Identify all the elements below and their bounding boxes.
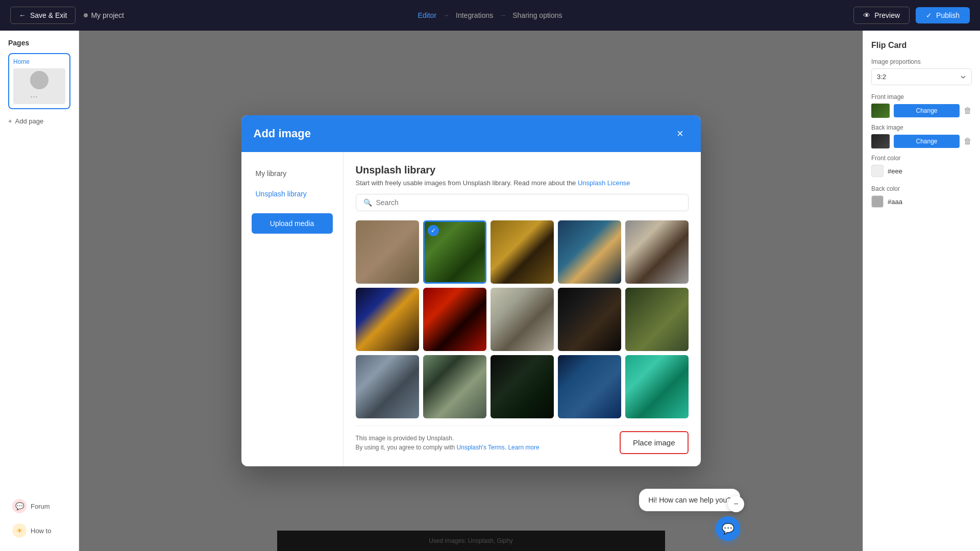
footer-disclaimer: This image is provided by Unsplash. By u…	[356, 434, 540, 452]
messenger-icon: 💬	[722, 522, 734, 535]
selected-check-badge: ✓	[428, 225, 439, 236]
image-placeholder-15	[625, 355, 689, 418]
image-cell-12[interactable]	[423, 355, 486, 418]
modal-close-button[interactable]: ×	[672, 126, 689, 142]
arrow-icon-2: →	[499, 11, 506, 19]
unsplash-license-link[interactable]: Unsplash License	[578, 179, 630, 187]
editor-nav-step[interactable]: Editor	[418, 11, 436, 19]
image-placeholder-6	[356, 288, 419, 351]
project-name: My project	[84, 11, 124, 19]
image-cell-3[interactable]	[491, 220, 554, 284]
front-image-delete-button[interactable]: 🗑	[964, 106, 972, 115]
unsplash-terms-link[interactable]: Unsplash's Terms.	[457, 444, 506, 451]
eye-icon: 👁	[863, 11, 870, 19]
search-icon: 🔍	[363, 198, 372, 207]
back-color-swatch[interactable]	[871, 195, 884, 208]
search-input[interactable]	[376, 198, 681, 207]
back-image-thumb	[871, 134, 890, 148]
front-color-row: #eee	[871, 165, 972, 177]
front-image-row: Change 🗑	[871, 104, 972, 118]
image-cell-4[interactable]	[558, 220, 621, 284]
image-cell-11[interactable]	[356, 355, 419, 418]
sidebar-item-forum[interactable]: 💬 Forum	[8, 494, 70, 518]
back-color-row: #aaa	[871, 195, 972, 208]
chat-message-bubble: Hi! How can we help you?	[639, 489, 740, 511]
modal-header: Add image ×	[241, 115, 701, 152]
arrow-icon-1: →	[443, 11, 450, 19]
chat-open-button[interactable]: 💬	[716, 516, 740, 541]
left-sidebar: Pages Home ··· + Add page 💬 Forum ☀ How …	[0, 31, 79, 551]
modal-body: My library Unsplash library Upload media…	[241, 152, 701, 466]
image-placeholder-1	[356, 220, 419, 284]
image-placeholder-8	[491, 288, 554, 351]
page-card-home[interactable]: Home ···	[8, 53, 70, 109]
learn-more-link[interactable]: Learn more	[508, 444, 539, 451]
image-placeholder-9	[558, 288, 621, 351]
topnav-right: 👁 Preview ✓ Publish	[853, 7, 970, 24]
search-box: 🔍	[356, 194, 689, 211]
image-grid: ✓	[356, 220, 689, 418]
image-placeholder-13	[491, 355, 554, 418]
page-thumbnail: ···	[13, 68, 65, 104]
image-cell-9[interactable]	[558, 288, 621, 351]
back-arrow-icon: ←	[19, 11, 26, 19]
image-proportions-select[interactable]: 3:2	[871, 68, 972, 85]
preview-button[interactable]: 👁 Preview	[853, 7, 910, 24]
front-color-value: #eee	[888, 167, 902, 175]
image-cell-14[interactable]	[558, 355, 621, 418]
sidebar-bottom: 💬 Forum ☀ How to	[8, 494, 70, 543]
sharing-options-nav-step[interactable]: Sharing options	[512, 11, 562, 19]
back-image-delete-button[interactable]: 🗑	[964, 137, 972, 146]
front-color-label: Front color	[871, 155, 972, 162]
page-thumb-avatar	[30, 71, 48, 89]
front-image-label: Front image	[871, 93, 972, 101]
unsplash-description: Start with freely usable images from Uns…	[356, 179, 689, 187]
home-page-label: Home	[13, 58, 65, 65]
howto-icon: ☀	[12, 523, 27, 538]
save-exit-button[interactable]: ← Save & Exit	[10, 7, 76, 24]
topnav-left: ← Save & Exit My project	[10, 7, 124, 24]
front-image-change-button[interactable]: Change	[894, 104, 960, 117]
image-cell-5[interactable]	[625, 220, 689, 284]
image-cell-15[interactable]	[625, 355, 689, 418]
modal-left-panel: My library Unsplash library Upload media	[241, 152, 344, 466]
add-image-modal: Add image × My library Unsplash library …	[241, 115, 701, 466]
image-placeholder-7	[423, 288, 486, 351]
image-placeholder-14	[558, 355, 621, 418]
right-sidebar: Flip Card Image proportions 3:2 Front im…	[863, 31, 980, 551]
image-cell-6[interactable]	[356, 288, 419, 351]
back-image-row: Change 🗑	[871, 134, 972, 148]
pages-title: Pages	[8, 39, 70, 47]
zoom-minus-button[interactable]: −	[728, 496, 744, 512]
flip-card-title: Flip Card	[871, 41, 972, 50]
image-placeholder-10	[625, 288, 689, 351]
front-image-thumb	[871, 104, 890, 118]
my-library-item[interactable]: My library	[252, 164, 333, 183]
modal-title: Add image	[254, 127, 311, 140]
back-color-label: Back color	[871, 185, 972, 192]
image-cell-2[interactable]: ✓	[423, 220, 486, 284]
modal-footer: This image is provided by Unsplash. By u…	[356, 425, 689, 454]
canvas-area: Used images: Unsplash, Giphy Add image ×…	[79, 31, 863, 551]
image-cell-7[interactable]	[423, 288, 486, 351]
image-cell-8[interactable]	[491, 288, 554, 351]
add-page-button[interactable]: + Add page	[8, 117, 70, 125]
image-cell-1[interactable]	[356, 220, 419, 284]
image-placeholder-4	[558, 220, 621, 284]
place-image-button[interactable]: Place image	[620, 431, 689, 454]
image-placeholder-11	[356, 355, 419, 418]
integrations-nav-step[interactable]: Integrations	[456, 11, 493, 19]
image-cell-13[interactable]	[491, 355, 554, 418]
publish-button[interactable]: ✓ Publish	[916, 7, 970, 23]
forum-icon: 💬	[12, 499, 27, 513]
check-icon: ✓	[926, 11, 932, 19]
sidebar-item-howto[interactable]: ☀ How to	[8, 518, 70, 543]
main-layout: Pages Home ··· + Add page 💬 Forum ☀ How …	[0, 31, 980, 551]
front-color-swatch[interactable]	[871, 165, 884, 177]
image-proportions-label: Image proportions	[871, 58, 972, 65]
image-cell-10[interactable]	[625, 288, 689, 351]
back-image-change-button[interactable]: Change	[894, 135, 960, 148]
page-thumb-dots: ···	[30, 91, 48, 102]
upload-media-button[interactable]: Upload media	[252, 213, 333, 234]
unsplash-library-item[interactable]: Unsplash library	[252, 185, 333, 203]
